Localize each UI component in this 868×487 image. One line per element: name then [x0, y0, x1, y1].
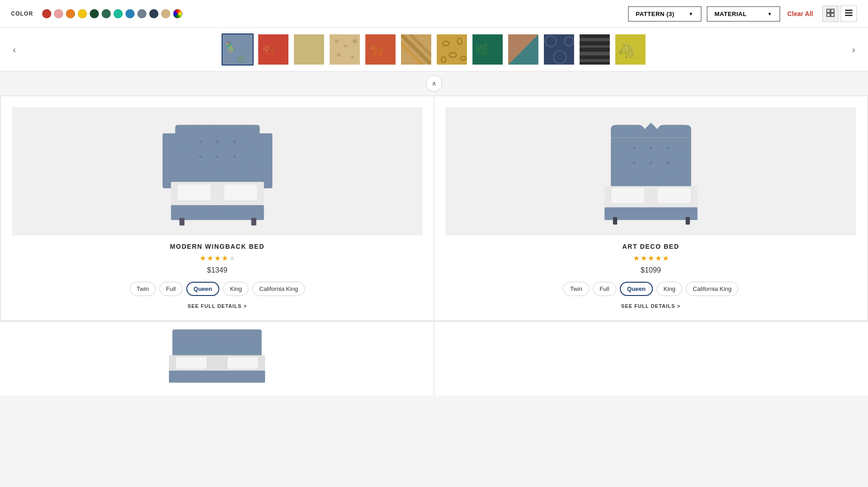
color-dot-pink[interactable] — [54, 9, 63, 18]
svg-rect-40 — [580, 59, 611, 62]
svg-point-72 — [667, 162, 669, 164]
svg-rect-3 — [831, 13, 834, 16]
color-dot-red[interactable] — [42, 9, 51, 18]
pattern-dropdown-label: PATTERN (3) — [636, 11, 674, 17]
product-price-2: $1099 — [640, 266, 661, 274]
material-dropdown-label: MATERIAL — [715, 11, 747, 17]
pattern-prev-button[interactable]: ‹ — [11, 44, 18, 55]
size-queen-1[interactable]: Queen — [186, 282, 219, 296]
svg-point-70 — [633, 162, 635, 164]
grid-icon — [826, 9, 835, 19]
svg-rect-2 — [827, 13, 830, 16]
svg-rect-39 — [580, 52, 611, 55]
pattern-next-button[interactable]: › — [850, 44, 857, 55]
svg-point-15 — [353, 39, 357, 44]
pattern-swatch-12[interactable]: 🦓 — [614, 33, 646, 66]
size-full-2[interactable]: Full — [593, 282, 616, 296]
svg-rect-84 — [227, 357, 258, 369]
product-card-1: MODERN WINGBACK BED ★ ★ ★ ★ ★ $1349 Twin… — [1, 96, 434, 320]
svg-point-50 — [199, 141, 202, 143]
pattern-dropdown[interactable]: PATTERN (3) ▼ — [628, 6, 701, 22]
svg-rect-83 — [176, 357, 207, 369]
svg-text:🌿: 🌿 — [236, 55, 245, 64]
pattern-swatch-3[interactable] — [293, 33, 325, 66]
color-swatches — [42, 9, 182, 18]
star-1-2: ★ — [207, 254, 213, 263]
star-1-4: ★ — [222, 254, 228, 263]
svg-rect-59 — [171, 205, 264, 220]
star-2-5: ★ — [662, 254, 669, 263]
svg-point-69 — [667, 147, 669, 149]
pattern-swatch-4[interactable] — [329, 33, 361, 66]
details-link-1[interactable]: SEE FULL DETAILS > — [188, 303, 247, 309]
details-link-2[interactable]: SEE FULL DETAILS > — [621, 303, 681, 309]
svg-rect-37 — [580, 38, 611, 41]
list-view-button[interactable] — [841, 5, 857, 22]
pattern-swatch-8[interactable]: 🌿 — [472, 33, 504, 66]
material-chevron-icon: ▼ — [767, 11, 772, 16]
pattern-swatch-9[interactable] — [507, 33, 539, 66]
color-dot-slate[interactable] — [137, 9, 146, 18]
color-dot-forest-green[interactable] — [102, 9, 111, 18]
color-dot-teal[interactable] — [114, 9, 123, 18]
pattern-swatch-5[interactable]: 🐆 — [364, 33, 396, 66]
svg-point-14 — [344, 44, 347, 47]
product-partial-1 — [0, 322, 434, 395]
size-queen-2[interactable]: Queen — [620, 282, 653, 296]
collapse-button[interactable]: ∧ — [426, 75, 442, 92]
pattern-swatch-2[interactable]: 🐅 — [257, 33, 289, 66]
svg-text:🐅: 🐅 — [262, 41, 278, 56]
pattern-swatch-11[interactable] — [579, 33, 611, 66]
pattern-swatch-7[interactable] — [436, 33, 468, 66]
product-name-1: MODERN WINGBACK BED — [170, 243, 265, 250]
product-price-1: $1349 — [207, 266, 228, 274]
material-dropdown[interactable]: MATERIAL ▼ — [707, 6, 780, 22]
svg-point-67 — [633, 147, 635, 149]
color-dot-dark-green[interactable] — [90, 9, 99, 18]
svg-rect-60 — [179, 218, 184, 226]
size-king-2[interactable]: King — [656, 282, 682, 296]
star-1-5: ★ — [229, 254, 235, 263]
size-cal-king-2[interactable]: California King — [686, 282, 738, 296]
svg-point-16 — [337, 53, 341, 57]
clear-all-button[interactable]: Clear All — [787, 10, 813, 17]
svg-rect-38 — [580, 45, 611, 48]
svg-point-55 — [233, 155, 236, 158]
svg-text:🌿: 🌿 — [475, 42, 490, 57]
pattern-swatch-6[interactable] — [400, 33, 432, 66]
svg-rect-58 — [223, 184, 257, 201]
svg-point-51 — [216, 141, 219, 143]
color-dot-charcoal[interactable] — [149, 9, 158, 18]
star-2-4: ★ — [655, 254, 662, 263]
star-2-3: ★ — [648, 254, 654, 263]
size-full-1[interactable]: Full — [159, 282, 183, 296]
size-king-1[interactable]: King — [223, 282, 249, 296]
pattern-bar: ‹ 🦜 🌿 🐅 — [0, 28, 868, 71]
collapse-bar: ∧ — [0, 71, 868, 95]
svg-rect-32 — [544, 34, 575, 66]
svg-rect-57 — [177, 184, 211, 201]
pattern-chevron-icon: ▼ — [689, 11, 693, 16]
size-cal-king-1[interactable]: California King — [252, 282, 305, 296]
color-dot-yellow[interactable] — [78, 9, 87, 18]
svg-rect-78 — [685, 217, 689, 225]
pattern-swatch-10[interactable] — [543, 33, 575, 66]
partial-bed-image — [162, 329, 272, 384]
wingback-bed-image — [149, 116, 286, 226]
star-2-2: ★ — [640, 254, 647, 263]
svg-rect-76 — [604, 207, 697, 220]
color-dot-tan[interactable] — [161, 9, 170, 18]
grid-view-button[interactable] — [822, 5, 839, 22]
svg-rect-75 — [657, 187, 691, 203]
svg-point-52 — [233, 141, 236, 143]
size-twin-1[interactable]: Twin — [130, 282, 156, 296]
size-twin-2[interactable]: Twin — [563, 282, 589, 296]
pattern-swatch-1[interactable]: 🦜 🌿 — [222, 33, 254, 66]
color-dot-orange[interactable] — [66, 9, 75, 18]
color-dot-blue[interactable] — [125, 9, 135, 18]
product-partial-2 — [434, 322, 868, 395]
color-dot-multi[interactable] — [173, 9, 182, 18]
svg-rect-1 — [831, 9, 834, 12]
svg-point-53 — [199, 155, 202, 158]
svg-text:🦜: 🦜 — [225, 41, 238, 53]
